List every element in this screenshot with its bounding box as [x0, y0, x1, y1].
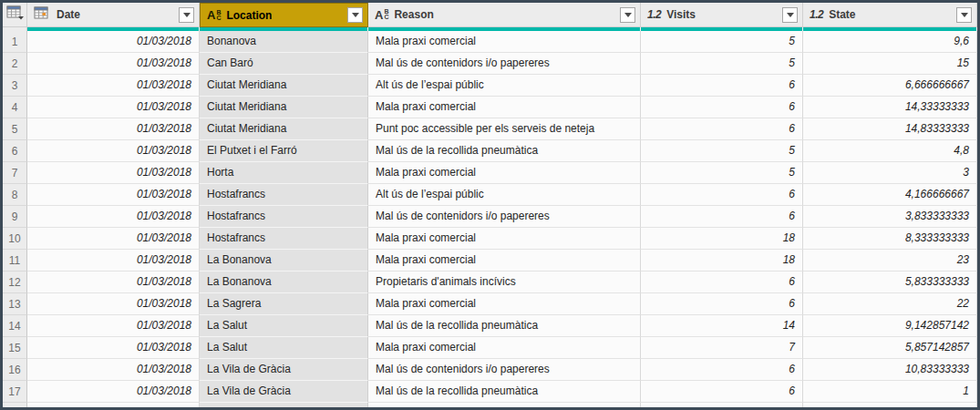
column-header-location[interactable]: ABCLocation	[200, 3, 368, 27]
cell-date[interactable]: 01/03/2018	[27, 337, 200, 359]
cell-state[interactable]: 22	[803, 293, 977, 315]
cell-reason[interactable]: Mal ús de la recollida pneumàtica	[368, 381, 641, 403]
cell-location[interactable]: Bonanova	[200, 31, 368, 53]
cell-date[interactable]: 01/03/2018	[27, 184, 200, 206]
cell-location[interactable]: La Vila de Gràcia	[200, 381, 368, 403]
row-number[interactable]: 17	[3, 381, 27, 403]
table-menu-button[interactable]	[3, 3, 27, 27]
cell-reason[interactable]: Mal ús de contenidors i/o papereres	[368, 359, 641, 381]
cell-location[interactable]: La Sagrera	[200, 293, 368, 315]
cell-date[interactable]: 01/03/2018	[27, 250, 200, 272]
cell-location[interactable]: Ciutat Meridiana	[200, 118, 368, 140]
cell-location[interactable]: La Vila de Gràcia	[200, 403, 368, 407]
filter-dropdown-button[interactable]	[956, 7, 972, 23]
cell-state[interactable]: 14,33333333	[803, 97, 977, 118]
cell-date[interactable]: 01/03/2018	[27, 140, 200, 162]
cell-visits[interactable]: 5	[641, 31, 803, 53]
cell-visits[interactable]: 6	[641, 184, 803, 206]
cell-state[interactable]: 4,8	[803, 140, 977, 162]
cell-state[interactable]: 9,142857142	[803, 315, 977, 337]
cell-visits[interactable]: 6	[641, 381, 803, 403]
cell-date[interactable]: 01/03/2018	[27, 359, 200, 381]
cell-visits[interactable]: 6	[641, 359, 803, 381]
cell-state[interactable]: 8,333333333	[803, 228, 977, 250]
cell-reason[interactable]: Mala praxi comercial	[368, 250, 641, 272]
cell-visits[interactable]: 7	[641, 337, 803, 359]
row-number[interactable]: 9	[3, 206, 27, 228]
cell-date[interactable]: 01/03/2018	[27, 118, 200, 140]
cell-visits[interactable]: 6	[641, 118, 803, 140]
cell-visits[interactable]: 18	[641, 250, 803, 272]
cell-reason[interactable]: Mala praxi comercial	[368, 403, 641, 407]
cell-location[interactable]: Hostafrancs	[200, 206, 368, 228]
column-header-reason[interactable]: ABCReason	[368, 3, 641, 27]
cell-state[interactable]: 9,6	[803, 31, 977, 53]
cell-reason[interactable]: Mala praxi comercial	[368, 228, 641, 250]
cell-location[interactable]: La Vila de Gràcia	[200, 359, 368, 381]
column-header-date[interactable]: Date	[27, 3, 200, 27]
cell-visits[interactable]: 18	[641, 228, 803, 250]
cell-visits[interactable]: 5	[641, 140, 803, 162]
cell-visits[interactable]: 6	[641, 293, 803, 315]
filter-dropdown-button[interactable]	[179, 7, 194, 23]
cell-location[interactable]: La Salut	[200, 315, 368, 337]
row-number[interactable]: 1	[3, 31, 27, 53]
cell-state[interactable]: 1	[803, 381, 977, 403]
row-number[interactable]: 4	[3, 97, 27, 118]
cell-state[interactable]: 15	[803, 53, 977, 75]
cell-location[interactable]: El Putxet i el Farró	[200, 140, 368, 162]
cell-state[interactable]: 3	[803, 162, 977, 184]
row-number[interactable]: 14	[3, 315, 27, 337]
cell-visits[interactable]: 6	[641, 272, 803, 293]
cell-visits[interactable]: 14	[641, 315, 803, 337]
cell-date[interactable]: 01/03/2018	[27, 293, 200, 315]
cell-location[interactable]: La Salut	[200, 337, 368, 359]
cell-state[interactable]: 10,83333333	[803, 359, 977, 381]
cell-location[interactable]: La Bonanova	[200, 272, 368, 293]
cell-reason[interactable]: Mala praxi comercial	[368, 31, 641, 53]
cell-state[interactable]: 3,833333333	[803, 206, 977, 228]
row-number[interactable]: 3	[3, 75, 27, 97]
cell-location[interactable]: Ciutat Meridiana	[200, 75, 368, 97]
row-number[interactable]: 6	[3, 140, 27, 162]
column-header-visits[interactable]: 1.2Visits	[641, 3, 803, 27]
column-header-state[interactable]: 1.2State	[803, 3, 977, 27]
row-number[interactable]: 16	[3, 359, 27, 381]
cell-date[interactable]: 01/03/2018	[27, 228, 200, 250]
filter-dropdown-button[interactable]	[347, 7, 363, 23]
row-number[interactable]: 11	[3, 250, 27, 272]
row-number[interactable]: 8	[3, 184, 27, 206]
cell-state[interactable]: 5,833333333	[803, 272, 977, 293]
cell-reason[interactable]: Mal ús de la recollida pneumàtica	[368, 315, 641, 337]
cell-state[interactable]: 6,666666667	[803, 75, 977, 97]
cell-visits[interactable]: 49	[641, 403, 803, 407]
cell-location[interactable]: Horta	[200, 162, 368, 184]
cell-reason[interactable]: Propietaris d'animals incívics	[368, 272, 641, 293]
row-number[interactable]: 15	[3, 337, 27, 359]
cell-date[interactable]: 01/03/2018	[27, 162, 200, 184]
cell-location[interactable]: Can Baró	[200, 53, 368, 75]
cell-visits[interactable]: 6	[641, 75, 803, 97]
cell-reason[interactable]: Mal ús de contenidors i/o papereres	[368, 206, 641, 228]
cell-reason[interactable]: Alt ús de l’espai públic	[368, 75, 641, 97]
row-number[interactable]: 7	[3, 162, 27, 184]
cell-reason[interactable]: Mala praxi comercial	[368, 162, 641, 184]
cell-location[interactable]: La Bonanova	[200, 250, 368, 272]
cell-visits[interactable]: 5	[641, 53, 803, 75]
cell-reason[interactable]: Alt ús de l’espai públic	[368, 184, 641, 206]
cell-state[interactable]: 5,857142857	[803, 337, 977, 359]
cell-visits[interactable]: 6	[641, 206, 803, 228]
cell-date[interactable]: 01/03/2018	[27, 97, 200, 118]
cell-state[interactable]: 23	[803, 250, 977, 272]
cell-location[interactable]: Hostafrancs	[200, 184, 368, 206]
cell-location[interactable]: Hostafrancs	[200, 228, 368, 250]
cell-date[interactable]: 01/03/2018	[27, 272, 200, 293]
cell-visits[interactable]: 6	[641, 97, 803, 118]
cell-reason[interactable]: Mala praxi comercial	[368, 97, 641, 118]
row-number[interactable]: 13	[3, 293, 27, 315]
cell-date[interactable]: 01/03/2018	[27, 206, 200, 228]
cell-reason[interactable]: Mala praxi comercial	[368, 337, 641, 359]
cell-visits[interactable]: 5	[641, 162, 803, 184]
row-number[interactable]: 5	[3, 118, 27, 140]
row-number[interactable]: 10	[3, 228, 27, 250]
